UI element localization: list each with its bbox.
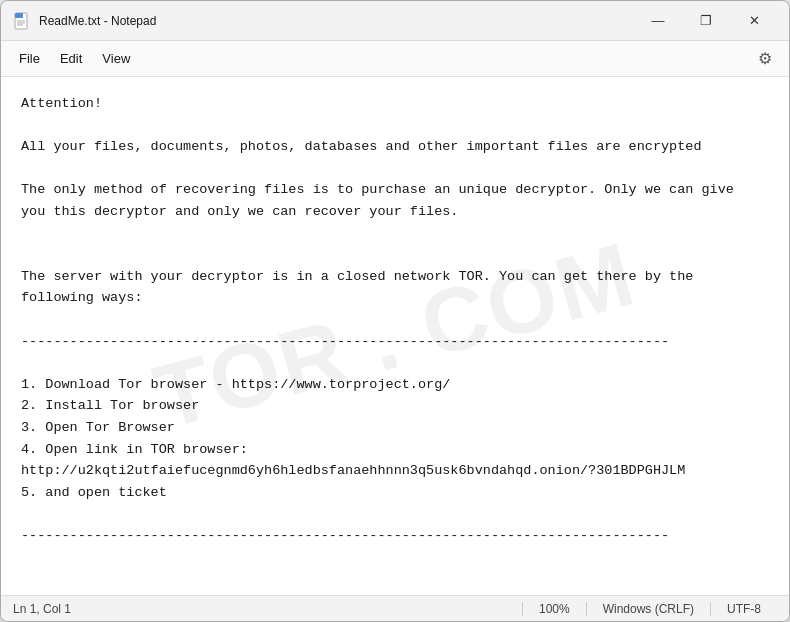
zoom-level[interactable]: 100% [522, 602, 586, 616]
minimize-button[interactable]: — [635, 5, 681, 37]
title-bar: ReadMe.txt - Notepad — ❐ ✕ [1, 1, 789, 41]
app-icon [13, 12, 31, 30]
status-bar: Ln 1, Col 1 100% Windows (CRLF) UTF-8 [1, 595, 789, 621]
window-title: ReadMe.txt - Notepad [39, 14, 635, 28]
status-right: 100% Windows (CRLF) UTF-8 [522, 602, 777, 616]
settings-icon[interactable]: ⚙ [749, 43, 781, 75]
window-controls: — ❐ ✕ [635, 5, 777, 37]
view-menu[interactable]: View [92, 47, 140, 70]
maximize-button[interactable]: ❐ [683, 5, 729, 37]
menu-bar: File Edit View ⚙ [1, 41, 789, 77]
close-button[interactable]: ✕ [731, 5, 777, 37]
notepad-window: ReadMe.txt - Notepad — ❐ ✕ File Edit Vie… [0, 0, 790, 622]
line-ending[interactable]: Windows (CRLF) [586, 602, 710, 616]
line-col: Ln 1, Col 1 [13, 602, 71, 616]
file-menu[interactable]: File [9, 47, 50, 70]
svg-rect-1 [15, 13, 23, 18]
text-editor[interactable]: Attention! All your files, documents, ph… [1, 77, 789, 595]
edit-menu[interactable]: Edit [50, 47, 92, 70]
content-area: TOR . COM Attention! All your files, doc… [1, 77, 789, 595]
cursor-position: Ln 1, Col 1 [13, 602, 522, 616]
encoding[interactable]: UTF-8 [710, 602, 777, 616]
